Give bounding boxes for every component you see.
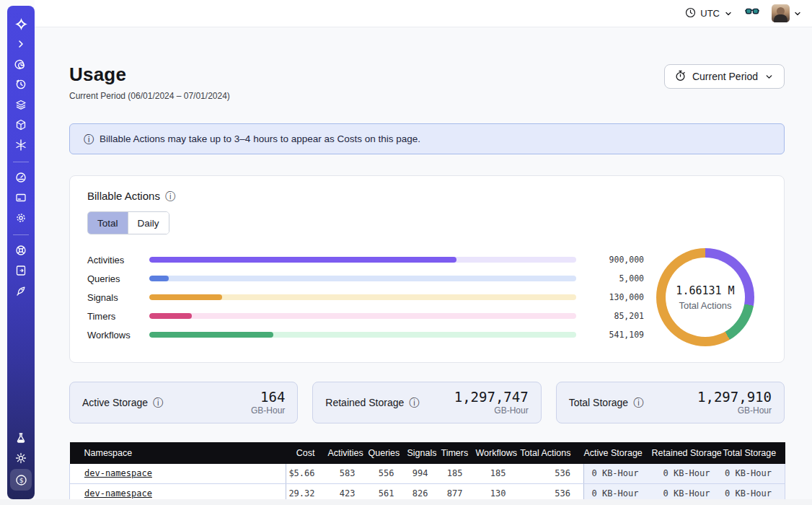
storage-summary-row: Active Storageⓘ 164GB-Hour Retained Stor…: [69, 382, 785, 423]
namespace-link[interactable]: dev-namespace: [84, 488, 152, 499]
info-icon[interactable]: ⓘ: [633, 398, 643, 408]
billable-view-tabs: Total Daily: [87, 211, 169, 234]
billable-actions-bar-chart: Activities900,000Queries5,000Signals130,…: [87, 248, 644, 346]
cell-active-storage: 0 KB-Hour: [584, 483, 652, 499]
total-actions-donut-chart: 1.66131 M Total Actions: [656, 248, 754, 346]
usage-dollar-icon[interactable]: $: [10, 469, 32, 491]
temporal-logo-icon[interactable]: [12, 14, 30, 33]
storage-card-value: 1,297,910: [697, 390, 772, 405]
storage-card-value: 164: [251, 390, 285, 405]
cell-activities: 583: [328, 464, 369, 483]
column-header-total-actions: Total Actions: [519, 442, 584, 464]
bar-track: [149, 294, 576, 300]
column-header-total-storage: Total Storage: [723, 442, 785, 464]
donut-total-value: 1.66131 M: [676, 284, 734, 297]
bottom-band: [0, 499, 812, 505]
rocket-icon[interactable]: [12, 281, 30, 300]
bar-row-workflows: Workflows541,109: [87, 325, 644, 344]
cell-signals: 826: [407, 483, 441, 499]
bar-category-label: Queries: [87, 273, 149, 284]
tab-total[interactable]: Total: [88, 212, 128, 234]
chevron-down-icon: [764, 72, 774, 82]
info-icon: ⓘ: [84, 134, 94, 144]
sun-icon[interactable]: [12, 449, 30, 467]
layers-icon[interactable]: [12, 95, 30, 114]
bar-fill: [149, 332, 273, 338]
bar-track: [149, 332, 576, 338]
namespace-cell: dev-namespace: [70, 464, 286, 483]
sidebar-divider: [13, 234, 29, 235]
cell-total-storage: 0 KB-Hour: [723, 464, 785, 483]
bar-category-label: Activities: [87, 255, 149, 265]
sidebar: $: [7, 6, 35, 499]
column-header-queries: Queries: [369, 442, 407, 464]
info-banner: ⓘ Billable Actions may take up to 3–4 ho…: [69, 123, 785, 154]
top-header: UTC: [35, 0, 812, 27]
storage-card-label: Active Storage: [82, 397, 148, 408]
billable-actions-title: Billable Actions: [87, 190, 160, 202]
docs-book-icon[interactable]: [12, 261, 30, 280]
bar-track: [149, 313, 576, 319]
spiral-icon[interactable]: [12, 55, 30, 74]
cell-activities: 423: [328, 483, 369, 499]
storage-card-unit: GB-Hour: [454, 405, 529, 416]
bar-value: 85,201: [592, 311, 644, 321]
storage-card-label: Total Storage: [569, 397, 629, 408]
cube-icon[interactable]: [12, 115, 30, 134]
cell-active-storage: 0 KB-Hour: [584, 464, 652, 483]
cell-total-storage: 0 KB-Hour: [723, 483, 785, 499]
tab-daily[interactable]: Daily: [128, 212, 169, 234]
asterisk-icon[interactable]: [12, 136, 30, 154]
bar-category-label: Workflows: [87, 330, 149, 341]
bar-row-activities: Activities900,000: [87, 250, 644, 269]
chevron-right-icon[interactable]: [12, 35, 30, 53]
bar-row-timers: Timers85,201: [87, 307, 644, 325]
donut-total-label: Total Actions: [679, 300, 732, 311]
cell-queries: 556: [369, 464, 407, 483]
cell-workflows: 130: [476, 483, 519, 499]
avatar: [772, 4, 790, 22]
column-header-namespace: Namespace: [70, 442, 286, 464]
storage-card-value: 1,297,747: [454, 390, 529, 405]
timezone-label: UTC: [700, 8, 720, 19]
info-icon[interactable]: ⓘ: [153, 398, 163, 408]
cell-total-actions: 536: [519, 483, 584, 499]
cell-cost: 29.32: [286, 483, 328, 499]
cell-retained-storage: 0 KB-Hour: [652, 464, 723, 483]
bar-value: 541,109: [592, 330, 644, 340]
timezone-selector[interactable]: UTC: [685, 7, 733, 20]
column-header-signals: Signals: [407, 442, 441, 464]
info-icon[interactable]: ⓘ: [409, 398, 419, 408]
period-dropdown-button[interactable]: Current Period: [664, 64, 785, 89]
bar-track: [149, 276, 576, 281]
bar-row-queries: Queries5,000: [87, 269, 644, 288]
total-storage-card: Total Storageⓘ 1,297,910GB-Hour: [556, 382, 785, 423]
namespace-link[interactable]: dev-namespace: [84, 468, 152, 478]
flask-icon[interactable]: [12, 429, 30, 447]
table-row: dev-namespace$5.665835569941851855360 KB…: [70, 464, 785, 483]
cell-retained-storage: 0 KB-Hour: [652, 483, 723, 499]
column-header-cost: Cost: [286, 442, 328, 464]
bar-value: 5,000: [592, 273, 644, 284]
lifebuoy-icon[interactable]: [12, 241, 30, 260]
billing-card-icon[interactable]: [12, 188, 30, 207]
gear-icon[interactable]: [12, 208, 30, 227]
storage-card-label: Retained Storage: [325, 397, 404, 408]
cell-cost: $5.66: [286, 464, 328, 483]
active-storage-card: Active Storageⓘ 164GB-Hour: [69, 382, 298, 423]
table-header-row: NamespaceCostActivitiesQueriesSignalsTim…: [70, 442, 785, 464]
table-row: dev-namespace29.324235618268771305360 KB…: [70, 483, 785, 499]
cell-timers: 877: [441, 483, 476, 499]
column-header-active-storage: Active Storage: [584, 442, 652, 464]
retry-timer-icon[interactable]: [12, 75, 30, 94]
glasses-icon[interactable]: [744, 6, 760, 21]
cell-workflows: 185: [476, 464, 519, 483]
bar-row-signals: Signals130,000: [87, 288, 644, 307]
user-menu[interactable]: [772, 4, 802, 22]
namespace-usage-table: NamespaceCostActivitiesQueriesSignalsTim…: [69, 442, 785, 499]
sidebar-divider: [13, 162, 29, 162]
cell-signals: 994: [407, 464, 441, 483]
info-icon[interactable]: ⓘ: [165, 191, 175, 201]
gauge-icon[interactable]: [12, 168, 30, 187]
column-header-workflows: Workflows: [476, 442, 519, 464]
